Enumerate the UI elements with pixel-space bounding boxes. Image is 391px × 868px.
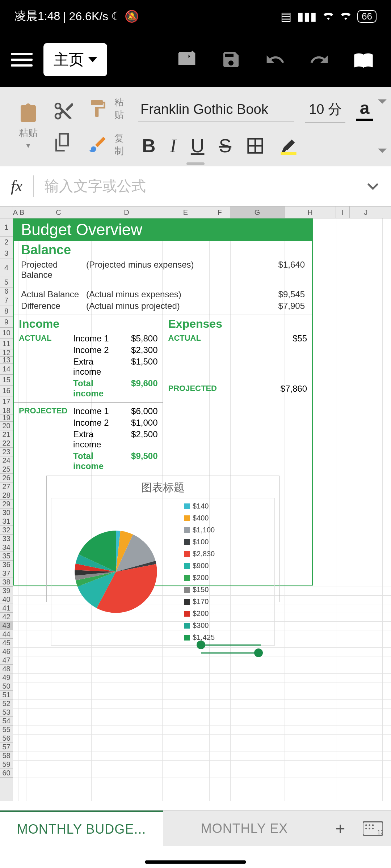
row-header-12[interactable]: 12	[0, 349, 13, 357]
row-header-43[interactable]: 43	[0, 621, 13, 630]
row-header-6[interactable]: 6	[0, 288, 13, 295]
row-header-59[interactable]: 59	[0, 760, 13, 769]
formula-input[interactable]: 输入文字或公式	[45, 176, 355, 196]
row-header-33[interactable]: 33	[0, 535, 13, 543]
row-header-51[interactable]: 51	[0, 691, 13, 699]
row-header-27[interactable]: 27	[0, 482, 13, 491]
row-header-8[interactable]: 8	[0, 306, 13, 317]
row-header-15[interactable]: 15	[0, 375, 13, 386]
row-header-41[interactable]: 41	[0, 604, 13, 613]
col-header-E[interactable]: E	[162, 207, 209, 218]
col-header-K[interactable]: K	[382, 207, 391, 218]
row-header-44[interactable]: 44	[0, 630, 13, 639]
row-header-14[interactable]: 14	[0, 364, 13, 375]
add-sheet-button[interactable]: +	[326, 810, 355, 846]
row-header-46[interactable]: 46	[0, 647, 13, 656]
row-header-28[interactable]: 28	[0, 491, 13, 500]
col-header-G[interactable]: G	[230, 207, 285, 218]
row-header-20[interactable]: 20	[0, 422, 13, 430]
row-header-42[interactable]: 42	[0, 613, 13, 621]
row-header-22[interactable]: 22	[0, 439, 13, 448]
row-header-31[interactable]: 31	[0, 517, 13, 526]
row-header-48[interactable]: 48	[0, 665, 13, 673]
row-header-32[interactable]: 32	[0, 526, 13, 535]
row-header-30[interactable]: 30	[0, 509, 13, 517]
row-header-50[interactable]: 50	[0, 682, 13, 691]
row-header-18[interactable]: 18	[0, 407, 13, 414]
font-name-select[interactable]: Franklin Gothic Book	[138, 98, 294, 122]
bold-button[interactable]: B	[142, 135, 156, 157]
strike-button[interactable]: S	[219, 135, 231, 157]
redo-icon[interactable]	[309, 50, 329, 70]
col-header-F[interactable]: F	[209, 207, 230, 218]
save-icon[interactable]	[221, 50, 241, 70]
column-headers[interactable]: ABCDEFGHIJK	[0, 206, 391, 218]
row-header-3[interactable]: 3	[0, 248, 13, 259]
sheet-tab-2[interactable]: MONTHLY EX	[163, 810, 326, 846]
col-header-C[interactable]: C	[26, 207, 91, 218]
row-header-40[interactable]: 40	[0, 595, 13, 604]
row-header-55[interactable]: 55	[0, 726, 13, 734]
borders-button[interactable]	[246, 136, 265, 155]
row-header-13[interactable]: 13	[0, 357, 13, 364]
row-header-23[interactable]: 23	[0, 448, 13, 456]
row-header-29[interactable]: 29	[0, 500, 13, 509]
underline-button[interactable]: U	[191, 135, 205, 157]
format-brush-icon[interactable]	[88, 135, 108, 155]
nav-handle[interactable]	[145, 860, 246, 864]
cut-icon[interactable]	[53, 101, 73, 121]
col-header-D[interactable]: D	[91, 207, 162, 218]
row-header-17[interactable]: 17	[0, 396, 13, 407]
col-header-B[interactable]: B	[18, 207, 26, 218]
row-header-35[interactable]: 35	[0, 552, 13, 561]
paste-button[interactable]: 粘贴 ▼	[11, 87, 46, 166]
row-header-19[interactable]: 19	[0, 414, 13, 422]
toolbar-drag-handle[interactable]	[186, 162, 205, 165]
caret-down-icon[interactable]	[378, 147, 387, 156]
row-header-7[interactable]: 7	[0, 295, 13, 306]
italic-button[interactable]: I	[170, 135, 176, 157]
font-color-button[interactable]: a	[356, 98, 373, 121]
row-header-2[interactable]: 2	[0, 237, 13, 248]
row-header-58[interactable]: 58	[0, 752, 13, 760]
row-header-38[interactable]: 38	[0, 578, 13, 587]
row-header-4[interactable]: 4	[0, 259, 13, 277]
row-header-49[interactable]: 49	[0, 673, 13, 682]
row-header-1[interactable]: 1	[0, 218, 13, 237]
col-header-J[interactable]: J	[350, 207, 382, 218]
row-headers[interactable]: 1234567891011121314151617181920212223242…	[0, 218, 13, 801]
row-header-34[interactable]: 34	[0, 543, 13, 552]
row-header-9[interactable]: 9	[0, 317, 13, 328]
row-header-47[interactable]: 47	[0, 656, 13, 665]
expand-icon[interactable]	[366, 179, 380, 193]
book-icon[interactable]	[353, 50, 374, 70]
row-header-39[interactable]: 39	[0, 587, 13, 595]
highlight-button[interactable]	[279, 136, 298, 155]
row-header-37[interactable]: 37	[0, 569, 13, 578]
row-header-5[interactable]: 5	[0, 277, 13, 288]
keyboard-button[interactable]: 123	[355, 810, 391, 846]
fx-label[interactable]: fx	[11, 177, 22, 195]
caret-down-icon[interactable]	[378, 98, 387, 106]
sheet-tab-1[interactable]: MONTHLY BUDGE...	[0, 810, 163, 846]
col-header-H[interactable]: H	[285, 207, 336, 218]
row-header-60[interactable]: 60	[0, 769, 13, 778]
row-header-36[interactable]: 36	[0, 561, 13, 569]
row-header-10[interactable]: 10	[0, 328, 13, 339]
copy-icon[interactable]	[53, 132, 73, 152]
font-size-select[interactable]: 10 分	[305, 97, 345, 123]
home-tab-button[interactable]: 主页	[43, 43, 107, 76]
row-header-57[interactable]: 57	[0, 743, 13, 752]
row-header-45[interactable]: 45	[0, 639, 13, 647]
chart-container[interactable]: 图表标题 $140$400$1,100$100$2,830$900$200$15…	[46, 476, 279, 602]
col-header-I[interactable]: I	[336, 207, 350, 218]
row-header-24[interactable]: 24	[0, 456, 13, 465]
row-header-21[interactable]: 21	[0, 430, 13, 439]
row-header-25[interactable]: 25	[0, 465, 13, 474]
format-painter-icon[interactable]	[88, 98, 108, 119]
row-header-26[interactable]: 26	[0, 474, 13, 482]
row-header-52[interactable]: 52	[0, 699, 13, 708]
row-header-54[interactable]: 54	[0, 717, 13, 726]
sheet-content[interactable]: Budget Overview Balance Projected Balanc…	[13, 218, 391, 801]
presentation-icon[interactable]	[177, 50, 197, 70]
